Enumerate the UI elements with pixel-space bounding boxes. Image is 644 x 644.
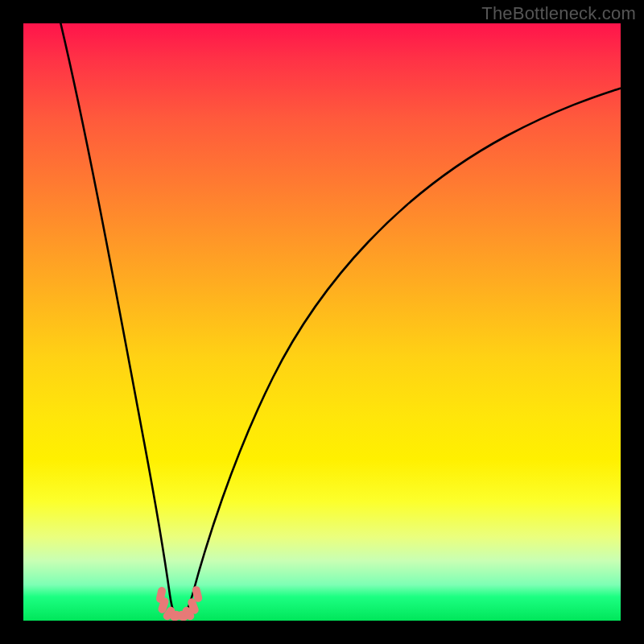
chart-plot-area — [23, 23, 621, 621]
curve-left-branch — [59, 23, 180, 617]
bottleneck-curve — [23, 23, 621, 621]
curve-right-branch — [180, 84, 621, 617]
trough-markers — [155, 585, 203, 621]
watermark-text: TheBottleneck.com — [481, 3, 636, 24]
